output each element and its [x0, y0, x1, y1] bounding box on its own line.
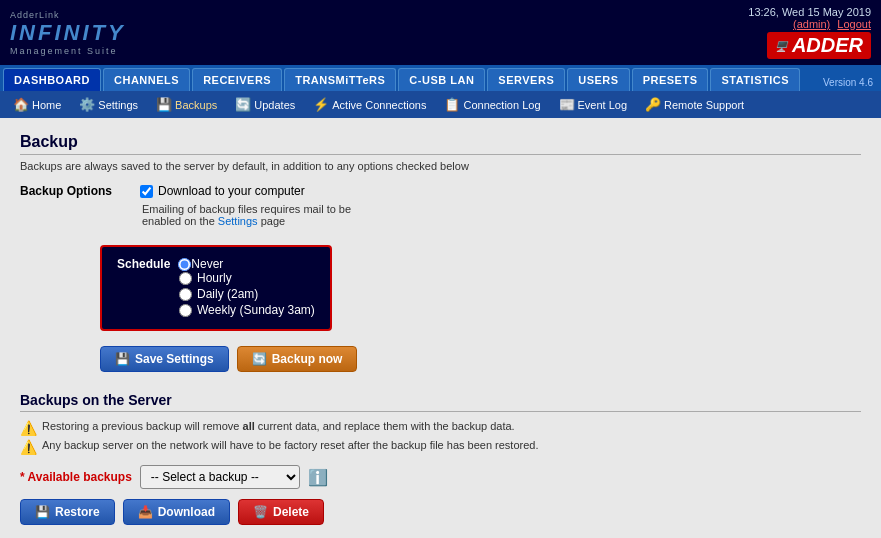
schedule-daily-label: Daily (2am): [197, 287, 258, 301]
header-admin: (admin) Logout: [793, 18, 871, 30]
warning-row-1: ⚠️ Restoring a previous backup will remo…: [20, 420, 861, 436]
connection-log-icon: 📋: [444, 97, 460, 112]
warning1-bold: all: [243, 420, 255, 432]
adderlink-text: AdderLink: [10, 10, 126, 20]
restore-button[interactable]: 💾 Restore: [20, 499, 115, 525]
management-suite-text: Management Suite: [10, 46, 126, 56]
subnav-connection-log[interactable]: 📋 Connection Log: [436, 94, 548, 115]
delete-button[interactable]: 🗑️ Delete: [238, 499, 324, 525]
schedule-daily-radio[interactable]: [179, 288, 192, 301]
remote-support-icon: 🔑: [645, 97, 661, 112]
schedule-box: Schedule Never Hourly Daily (2am) Weekly…: [100, 245, 332, 331]
home-icon: 🏠: [13, 97, 29, 112]
event-log-icon: 📰: [559, 97, 575, 112]
header-time: 13:26, Wed 15 May 2019: [748, 6, 871, 18]
download-button[interactable]: 📥 Download: [123, 499, 230, 525]
schedule-daily-row: Daily (2am): [179, 287, 315, 301]
backup-now-button[interactable]: 🔄 Backup now: [237, 346, 358, 372]
email-note: Emailing of backup files requires mail t…: [142, 203, 351, 227]
schedule-hourly-row: Hourly: [179, 271, 315, 285]
header-right: 13:26, Wed 15 May 2019 (admin) Logout 🖥️…: [748, 6, 871, 59]
backups-icon: 💾: [156, 97, 172, 112]
tab-receivers[interactable]: RECEIVERS: [192, 68, 282, 91]
save-icon: 💾: [115, 352, 130, 366]
tab-transmitters[interactable]: TRANSMiTTeRS: [284, 68, 396, 91]
schedule-hourly-label: Hourly: [197, 271, 232, 285]
schedule-hourly-radio[interactable]: [179, 272, 192, 285]
adder-logo: 🖥️ ADDER: [767, 32, 871, 59]
settings-icon: ⚙️: [79, 97, 95, 112]
subnav-remote-support[interactable]: 🔑 Remote Support: [637, 94, 752, 115]
subnav-backups[interactable]: 💾 Backups: [148, 94, 225, 115]
updates-icon: 🔄: [235, 97, 251, 112]
download-icon: 📥: [138, 505, 153, 519]
schedule-never-label: Never: [191, 257, 223, 271]
available-backups-row: * Available backups -- Select a backup -…: [20, 465, 861, 489]
backup-options-label: Backup Options: [20, 184, 140, 198]
active-connections-icon: ⚡: [313, 97, 329, 112]
version-label: Version 4.6: [823, 77, 878, 91]
restore-icon: 💾: [35, 505, 50, 519]
schedule-never-radio[interactable]: [178, 258, 191, 271]
tab-c-usb-lan[interactable]: C-USB LAN: [398, 68, 485, 91]
nav-tabs: DASHBOARD CHANNELS RECEIVERS TRANSMiTTeR…: [0, 65, 881, 91]
schedule-weekly-radio[interactable]: [179, 304, 192, 317]
tab-users[interactable]: USERS: [567, 68, 629, 91]
settings-link[interactable]: Settings: [218, 215, 258, 227]
infinity-logo: INFINITY: [10, 20, 126, 46]
logo-area: AdderLink INFINITY Management Suite: [10, 10, 126, 56]
warning-row-2: ⚠️ Any backup server on the network will…: [20, 439, 861, 455]
tab-dashboard[interactable]: DASHBOARD: [3, 68, 101, 91]
schedule-weekly-row: Weekly (Sunday 3am): [179, 303, 315, 317]
warning-icon-1: ⚠️: [20, 420, 37, 436]
schedule-label: Schedule: [117, 257, 170, 271]
warning-icon-2: ⚠️: [20, 439, 37, 455]
download-checkbox-row: Download to your computer: [140, 184, 351, 198]
backup-option-content: Download to your computer Emailing of ba…: [140, 184, 351, 227]
tab-presets[interactable]: PRESETS: [632, 68, 709, 91]
sub-nav: 🏠 Home ⚙️ Settings 💾 Backups 🔄 Updates ⚡…: [0, 91, 881, 118]
subnav-active-connections[interactable]: ⚡ Active Connections: [305, 94, 434, 115]
schedule-weekly-label: Weekly (Sunday 3am): [197, 303, 315, 317]
download-checkbox-label: Download to your computer: [158, 184, 305, 198]
info-icon: ℹ️: [308, 468, 328, 487]
subnav-home[interactable]: 🏠 Home: [5, 94, 69, 115]
tab-statistics[interactable]: STATISTICS: [710, 68, 800, 91]
page-title: Backup: [20, 133, 861, 155]
schedule-never-row: Schedule Never: [117, 257, 315, 271]
backup-select[interactable]: -- Select a backup --: [140, 465, 300, 489]
subnav-event-log[interactable]: 📰 Event Log: [551, 94, 636, 115]
server-section-title: Backups on the Server: [20, 392, 861, 412]
page-subtitle: Backups are always saved to the server b…: [20, 160, 861, 172]
tab-channels[interactable]: CHANNELS: [103, 68, 190, 91]
delete-icon: 🗑️: [253, 505, 268, 519]
available-backups-label: * Available backups: [20, 470, 132, 484]
download-checkbox[interactable]: [140, 185, 153, 198]
action-buttons-row: 💾 Save Settings 🔄 Backup now: [100, 346, 861, 372]
restore-buttons-row: 💾 Restore 📥 Download 🗑️ Delete: [20, 499, 861, 525]
header: AdderLink INFINITY Management Suite 13:2…: [0, 0, 881, 65]
backup-options-section: Backup Options Download to your computer…: [20, 184, 861, 227]
content-area: Backup Backups are always saved to the s…: [0, 118, 881, 538]
logout-link[interactable]: Logout: [837, 18, 871, 30]
tab-servers[interactable]: SERVERS: [487, 68, 565, 91]
backup-now-icon: 🔄: [252, 352, 267, 366]
subnav-updates[interactable]: 🔄 Updates: [227, 94, 303, 115]
subnav-settings[interactable]: ⚙️ Settings: [71, 94, 146, 115]
save-settings-button[interactable]: 💾 Save Settings: [100, 346, 229, 372]
